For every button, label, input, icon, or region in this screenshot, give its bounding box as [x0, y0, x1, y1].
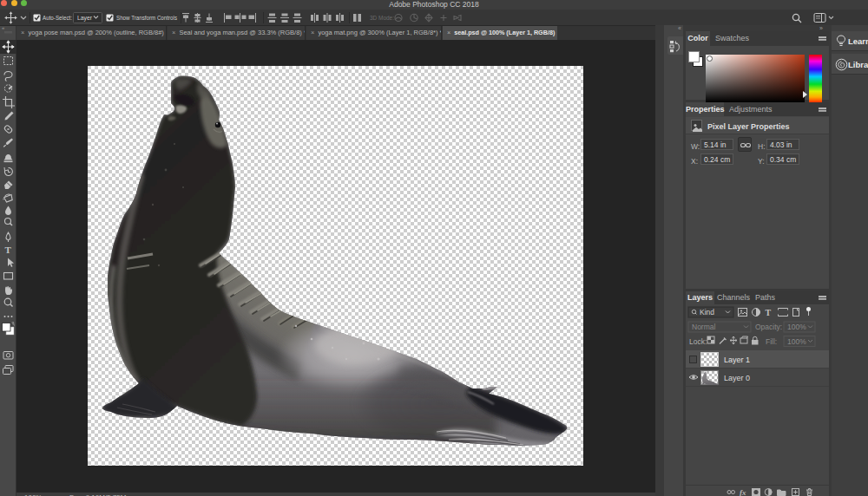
- svg-text:T: T: [5, 245, 12, 255]
- svg-text:T: T: [766, 308, 772, 317]
- svg-text:100%: 100%: [787, 323, 806, 331]
- svg-text:Normal: Normal: [692, 323, 716, 331]
- svg-text:Layer: Layer: [77, 14, 92, 22]
- svg-text:fx: fx: [740, 488, 746, 496]
- svg-text:Opacity:: Opacity:: [755, 323, 782, 331]
- svg-text:Kind: Kind: [700, 308, 714, 317]
- svg-text:3D Mode:: 3D Mode:: [370, 14, 394, 22]
- svg-text:«: «: [2, 26, 5, 30]
- svg-text:Lock:: Lock:: [689, 337, 707, 346]
- svg-text:Auto-Select:: Auto-Select:: [43, 14, 72, 22]
- svg-text:Show Transform Controls: Show Transform Controls: [116, 14, 177, 22]
- svg-text:Fill:: Fill:: [766, 337, 777, 346]
- svg-text:100%: 100%: [787, 337, 806, 346]
